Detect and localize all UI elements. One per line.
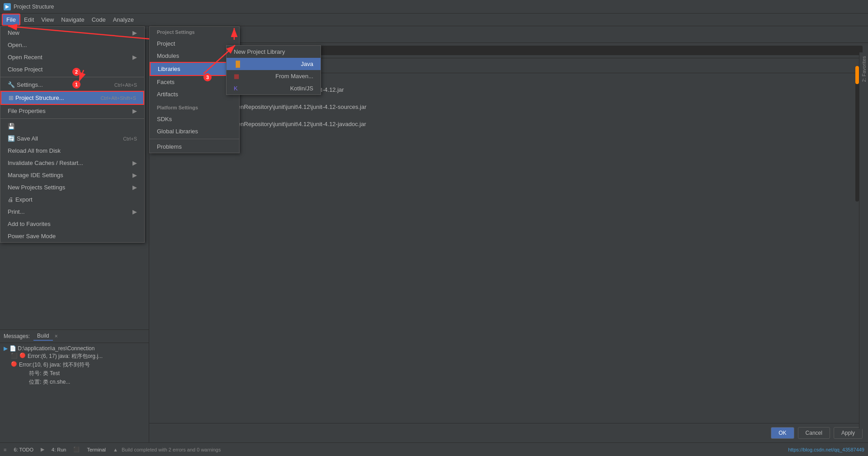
file-menu-dropdown: New ▶ Open... Open Recent ▶ Close Projec… bbox=[0, 26, 145, 243]
separator-1 bbox=[0, 77, 144, 77]
menu-project-structure[interactable]: ⊞ Project Structure... Ctrl+Alt+Shift+S bbox=[0, 91, 144, 105]
menu-settings[interactable]: 🔧 Settings... Ctrl+Alt+S bbox=[0, 79, 144, 91]
print-icon: 🖨 bbox=[8, 196, 14, 203]
menu-edit[interactable]: Edit bbox=[20, 14, 38, 25]
menu-add-favorites[interactable]: Print... ▶ bbox=[0, 206, 144, 218]
cancel-button[interactable]: Cancel bbox=[798, 427, 830, 439]
error-icon-2: 🔴 bbox=[11, 361, 17, 367]
ps-global-libs[interactable]: Global Libraries bbox=[150, 125, 239, 137]
bottom-buttons: OK Cancel Apply bbox=[149, 423, 868, 442]
menu-exit[interactable]: Power Save Mode bbox=[0, 230, 144, 242]
title-bar: ▶ Project Structure bbox=[0, 0, 868, 14]
menu-new[interactable]: New ▶ bbox=[0, 27, 144, 39]
scrollbar-track bbox=[855, 66, 859, 202]
lib-javadocs-group[interactable]: ▼ 📁 JavaDocs bbox=[155, 111, 863, 120]
arrow-icon-5: ▶ bbox=[132, 172, 137, 179]
java-icon: ▐▌ bbox=[234, 61, 242, 67]
build-error-2: 🔴 Error:(10, 6) java: 找不到符号 bbox=[2, 361, 147, 369]
build-error-2-detail1: 符号: 类 Test bbox=[2, 369, 147, 378]
lib-sources-jar[interactable]: 📄 D:\application\a_res\MavenRepository\j… bbox=[155, 103, 863, 111]
menu-file[interactable]: File bbox=[2, 14, 20, 26]
terminal-icon: ⬛ bbox=[73, 447, 80, 452]
menu-export[interactable]: New Projects Settings ▶ bbox=[0, 181, 144, 193]
bottom-panel-header: Messages: Build × bbox=[0, 330, 149, 343]
ps-sdks[interactable]: SDKs bbox=[150, 113, 239, 125]
favorites-tab[interactable]: 2: Favorites bbox=[860, 52, 868, 85]
scrollbar-thumb[interactable] bbox=[855, 66, 859, 84]
build-tab-close[interactable]: × bbox=[55, 333, 58, 339]
npl-header[interactable]: New Project Library bbox=[226, 46, 321, 58]
platform-settings-header: Platform Settings bbox=[150, 102, 239, 113]
menu-file-properties[interactable]: File Properties ▶ bbox=[0, 105, 144, 117]
arrow-icon-4: ▶ bbox=[132, 160, 137, 166]
new-library-menu: New Project Library ▐▌ Java ▦ From Maven… bbox=[226, 45, 321, 95]
menu-power-save[interactable]: Add to Favorites bbox=[0, 218, 144, 230]
reload-row: 🔄 Save All bbox=[8, 135, 38, 142]
menu-bar: File Edit View Navigate Code Analyze bbox=[0, 14, 868, 26]
status-bar: ≡ 6: TODO ▶ 4: Run ⬛ Terminal ▲ Build co… bbox=[0, 442, 868, 456]
menu-save-all[interactable]: 💾 bbox=[0, 120, 144, 132]
side-favorites: 2: Favorites bbox=[859, 52, 868, 429]
save-row: 💾 bbox=[8, 123, 17, 130]
library-tree: ▼ 🏷 Classes 📄 D:\application\a_res\Maven… bbox=[149, 73, 868, 423]
menu-analyze[interactable]: Analyze bbox=[109, 14, 137, 25]
arrow-icon-3: ▶ bbox=[132, 108, 137, 114]
grid-icon: ⊞ bbox=[9, 94, 14, 101]
reload-icon: 🔄 bbox=[8, 135, 15, 142]
menu-open-recent[interactable]: Open Recent ▶ bbox=[0, 51, 144, 63]
menu-reload[interactable]: 🔄 Save All Ctrl+S bbox=[0, 132, 144, 145]
npl-java[interactable]: ▐▌ Java bbox=[226, 58, 321, 70]
menu-invalidate[interactable]: Reload All from Disk bbox=[0, 145, 144, 157]
stop-icon: ⬛ bbox=[11, 353, 18, 359]
arrow-icon-6: ▶ bbox=[132, 184, 137, 191]
maven-icon: ▦ bbox=[234, 73, 239, 80]
menu-manage-ide[interactable]: Invalidate Caches / Restart... ▶ bbox=[0, 157, 144, 169]
npl-maven[interactable]: ▦ From Maven... bbox=[226, 70, 321, 82]
project-settings-header: Project Settings bbox=[150, 27, 239, 38]
ps-problems[interactable]: Problems bbox=[150, 141, 239, 153]
arrow-icon-2: ▶ bbox=[132, 54, 137, 61]
messages-label: Messages: bbox=[4, 333, 30, 339]
menu-close-project[interactable]: Close Project bbox=[0, 63, 144, 75]
arrow-icon: ▶ bbox=[132, 29, 137, 36]
menu-code[interactable]: Code bbox=[88, 14, 109, 25]
build-tab[interactable]: Build bbox=[33, 332, 53, 341]
build-error-1: ⬛ 🔴 Error:(6, 17) java: 程序包org.j... bbox=[2, 352, 147, 361]
kotlin-icon: K bbox=[234, 85, 238, 92]
build-path-icon: 📄 bbox=[9, 345, 16, 352]
project-structure-toolbar: ← → + − ⧉ bbox=[149, 26, 868, 43]
wrench-icon: 🔧 bbox=[8, 81, 15, 88]
menu-view[interactable]: View bbox=[38, 14, 57, 25]
build-path-text: 📄 D:\application\a_res\Connection bbox=[9, 345, 94, 352]
apply-button[interactable]: Apply bbox=[834, 427, 863, 439]
menu-navigate[interactable]: Navigate bbox=[57, 14, 88, 25]
ok-button[interactable]: OK bbox=[771, 427, 794, 439]
expand-icon[interactable]: ≡ bbox=[4, 447, 6, 452]
lib-sources-group[interactable]: ▼ 📁 Sources bbox=[155, 94, 863, 103]
menu-new-projects-settings[interactable]: Manage IDE Settings ▶ bbox=[0, 169, 144, 181]
status-left: ≡ 6: TODO ▶ 4: Run ⬛ Terminal ▲ Build co… bbox=[4, 446, 221, 453]
project-structure-row: ⊞ Project Structure... bbox=[9, 94, 64, 101]
settings-row: 🔧 Settings... bbox=[8, 81, 43, 88]
status-url[interactable]: https://blog.csdn.net/qq_43587449 bbox=[788, 447, 864, 452]
build-path-item: ▶ 📄 D:\application\a_res\Connection bbox=[2, 345, 147, 352]
lib-javadocs-jar[interactable]: 📄 D:\application\a_res\MavenRepository\j… bbox=[155, 120, 863, 128]
menu-print[interactable]: 🖨 Export bbox=[0, 193, 144, 206]
bottom-panel: Messages: Build × ▶ 📄 D:\application\a_r… bbox=[0, 329, 149, 442]
run-icon: ▶ bbox=[4, 345, 8, 352]
play-icon: ▶ bbox=[41, 447, 44, 452]
terminal-tab[interactable]: Terminal bbox=[83, 446, 109, 453]
arrow-icon-7: ▶ bbox=[132, 208, 137, 215]
up-arrow-icon[interactable]: ▲ bbox=[113, 447, 118, 452]
error-2-text: Error:(10, 6) java: 找不到符号 bbox=[19, 361, 90, 369]
menu-open[interactable]: Open... bbox=[0, 39, 144, 51]
todo-tab[interactable]: 6: TODO bbox=[10, 446, 37, 453]
separator-ps bbox=[150, 139, 239, 139]
run-tab[interactable]: 4: Run bbox=[48, 446, 70, 453]
npl-kotlin[interactable]: K Kotlin/JS bbox=[226, 82, 321, 94]
build-error-2-detail2: 位置: 类 cn.she... bbox=[2, 378, 147, 386]
print-row: 🖨 Export bbox=[8, 196, 33, 203]
build-status-text: Build completed with 2 errors and 0 warn… bbox=[122, 447, 221, 452]
title-bar-title: Project Structure bbox=[14, 4, 54, 10]
app-icon: ▶ bbox=[4, 3, 11, 10]
